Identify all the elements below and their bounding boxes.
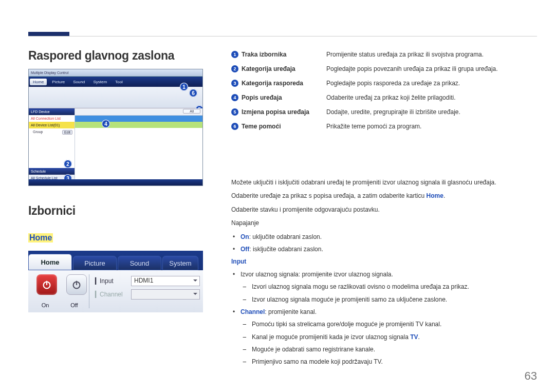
bullet-input-source: Izvor ulaznog signala: promijenite izvor… (231, 269, 537, 279)
input-select[interactable]: HDMI1 (131, 276, 200, 286)
channel-row: ▎Channel (95, 288, 200, 301)
column-headers (75, 116, 202, 122)
tab-sound[interactable]: Sound (70, 79, 88, 85)
tab-picture[interactable]: Picture (49, 79, 68, 85)
off-label: Off (63, 302, 85, 308)
legend-row: 1Traka izbornika Promijenite status uređ… (231, 51, 537, 58)
channel-label: ▎Channel (95, 291, 131, 298)
p3: Odaberite stavku i promijenite odgovaraj… (231, 204, 537, 215)
power-icon (41, 279, 52, 290)
heading-layout: Raspored glavnog zaslona (28, 49, 203, 63)
napajanje-label: Napajanje (231, 218, 537, 228)
sub-ch-4: Primjenjivo samo na modele koji podržava… (243, 357, 537, 367)
legend-row: 2Kategorija uređaja Pogledajte popis pov… (231, 65, 537, 72)
legend-row: 5Izmjena popisa uređaja Dodajte, uredite… (231, 108, 537, 116)
window-titlebar: Multiple Display Control (29, 69, 202, 77)
lfd-device-header: LFD Device (29, 108, 75, 115)
callout-2: 2 (64, 160, 72, 168)
filter-bar: All (75, 108, 202, 116)
legend-title: Teme pomoći (242, 123, 281, 130)
input-label: ▎Input (95, 277, 131, 285)
right-column: 1Traka izbornika Promijenite status uređ… (231, 49, 537, 382)
legend-desc: Dodajte, uredite, pregrupirajte ili izbr… (326, 108, 537, 116)
legend-row: 3Kategorija rasporeda Pogledajte popis r… (231, 80, 537, 87)
callout-4: 4 (102, 120, 110, 128)
filter-all[interactable]: All (183, 109, 200, 114)
p1: Možete uključiti i isključiti odabrani u… (231, 177, 537, 188)
header-rule (28, 36, 537, 36)
legend-table: 1Traka izbornika Promijenite status uređ… (231, 51, 537, 130)
all-device-list[interactable]: All Device List(01) (29, 122, 75, 128)
sub-ch-2: Kanal je moguće promijeniti kada je izvo… (243, 332, 537, 342)
sub-ch-1: Pomoću tipki sa strelicama gore/dolje mo… (243, 319, 537, 329)
legend-title: Popis uređaja (242, 94, 282, 101)
group-label: Group (33, 130, 43, 135)
legend-desc: Pogledajte popis rasporeda za uređaje za… (326, 80, 537, 87)
legend-badge: 4 (231, 94, 238, 101)
bullet-channel: Channel: promijenite kanal. (231, 307, 537, 317)
home-ref: Home (427, 192, 443, 199)
izbornici-text: Možete uključiti i isključiti odabrani u… (231, 177, 537, 367)
shot1-body: LFD Device All Connection List All Devic… (29, 108, 202, 179)
legend-badge: 2 (231, 65, 238, 72)
tab-system[interactable]: System (90, 79, 110, 85)
tab-sound-2[interactable]: Sound (118, 256, 161, 270)
legend-row: 4Popis uređaja Odaberite uređaj za prika… (231, 94, 537, 101)
legend-title: Kategorija rasporeda (242, 80, 303, 87)
callout-6: 6 (189, 89, 197, 97)
edit-button[interactable]: Edit (62, 130, 72, 135)
on-label: On (34, 302, 56, 308)
sub-ch-3: Moguće je odabrati samo registrirane kan… (243, 344, 537, 354)
legend-badge: 3 (231, 80, 238, 87)
legend-desc: Promijenite status uređaja za prikaz ili… (326, 51, 537, 58)
device-list-panel: All 4 (75, 108, 202, 179)
legend-desc: Prikažite teme pomoći za program. (326, 123, 537, 130)
bullet-on: On: uključite odabrani zaslon. (231, 232, 537, 242)
home-panel: On Off ▎Input HDMI1 ▎Channel (28, 270, 203, 312)
selected-device-row[interactable] (75, 122, 202, 128)
toolbar: 1 6 5 (29, 87, 202, 108)
power-on-button[interactable] (36, 274, 57, 295)
tab-tool[interactable]: Tool (112, 79, 126, 85)
legend-desc: Odaberite uređaj za prikaz koji želite p… (326, 94, 537, 101)
page-number: 63 (525, 369, 537, 383)
legend-badge: 5 (231, 108, 238, 116)
sub-input-2: Izvor ulaznog signala moguće je promijen… (243, 294, 537, 305)
legend-badge: 6 (231, 123, 238, 130)
input-section-label: Input (231, 256, 537, 267)
legend-title: Izmjena popisa uređaja (242, 108, 309, 116)
tab-home-2[interactable]: Home (28, 254, 72, 270)
group-row: Group Edit (29, 128, 75, 136)
window-title: Multiple Display Control (31, 71, 69, 74)
heading-menus: Izbornici (28, 204, 203, 218)
legend-title: Kategorija uređaja (242, 65, 295, 72)
p2: Odaberite uređaje za prikaz s popisa ure… (231, 191, 537, 201)
legend-title: Traka izbornika (242, 51, 286, 58)
bullet-off: Off: isključite odabrani zaslon. (231, 244, 537, 254)
legend-badge: 1 (231, 51, 238, 58)
legend-row: 6Teme pomoći Prikažite teme pomoći za pr… (231, 123, 537, 130)
sub-input-1: Izvori ulaznog signala mogu se razlikova… (243, 282, 537, 292)
page-body: Raspored glavnog zaslona Multiple Displa… (28, 49, 537, 382)
home-subheading: Home (28, 233, 53, 242)
left-column: Raspored glavnog zaslona Multiple Displa… (28, 49, 203, 382)
power-icon (71, 279, 82, 290)
status-bar (29, 179, 202, 185)
power-off-button[interactable] (66, 274, 87, 295)
tab-system-2[interactable]: System (162, 256, 198, 270)
tab-picture-2[interactable]: Picture (73, 256, 117, 270)
callout-1: 1 (180, 83, 188, 91)
tab-home[interactable]: Home (30, 79, 47, 85)
header-accent (28, 32, 69, 36)
input-row: ▎Input HDMI1 (95, 274, 200, 288)
screenshot-mdc-window: Multiple Display Control Home Picture So… (28, 69, 203, 186)
all-connection-list[interactable]: All Connection List (29, 115, 75, 122)
device-category-panel: LFD Device All Connection List All Devic… (29, 108, 75, 179)
home-tabs: Home Picture Sound System (28, 256, 203, 270)
channel-select (131, 289, 200, 300)
legend-desc: Pogledajte popis povezanih uređaja za pr… (326, 65, 537, 72)
screenshot-home-panel: Home Picture Sound System On Off (28, 251, 203, 312)
menu-bar: Home Picture Sound System Tool (29, 77, 202, 87)
separator (89, 274, 89, 308)
